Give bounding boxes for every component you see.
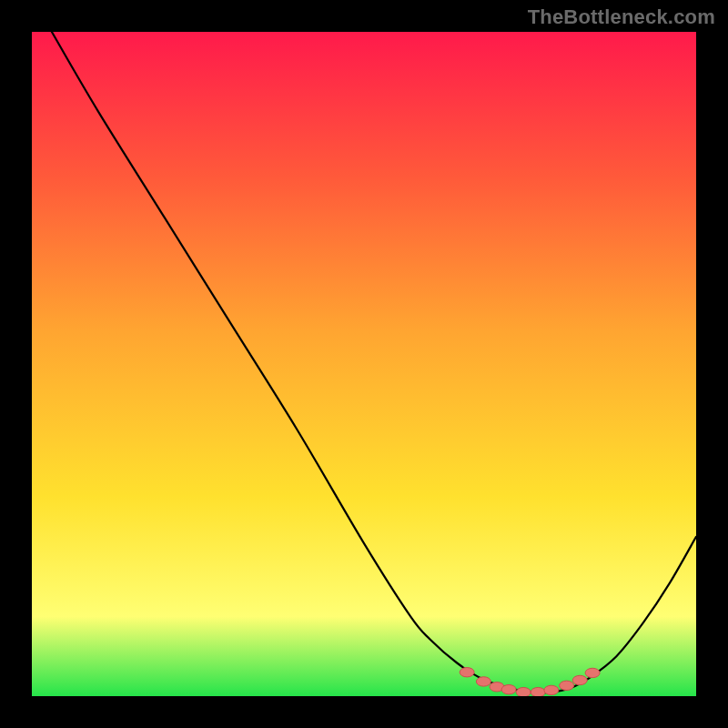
curve-marker <box>460 668 474 677</box>
curve-marker <box>560 681 574 690</box>
curve-marker <box>501 685 516 694</box>
curve-marker <box>544 685 559 694</box>
plot-svg <box>32 32 696 696</box>
curve-marker <box>572 675 587 684</box>
curve-marker <box>585 668 600 677</box>
gradient-background <box>32 32 696 696</box>
attribution-text: TheBottleneck.com <box>528 5 715 29</box>
chart-container: TheBottleneck.com <box>0 0 728 728</box>
plot-area <box>32 32 696 696</box>
curve-marker <box>476 677 490 686</box>
curve-marker <box>516 687 531 696</box>
curve-marker <box>531 687 545 696</box>
